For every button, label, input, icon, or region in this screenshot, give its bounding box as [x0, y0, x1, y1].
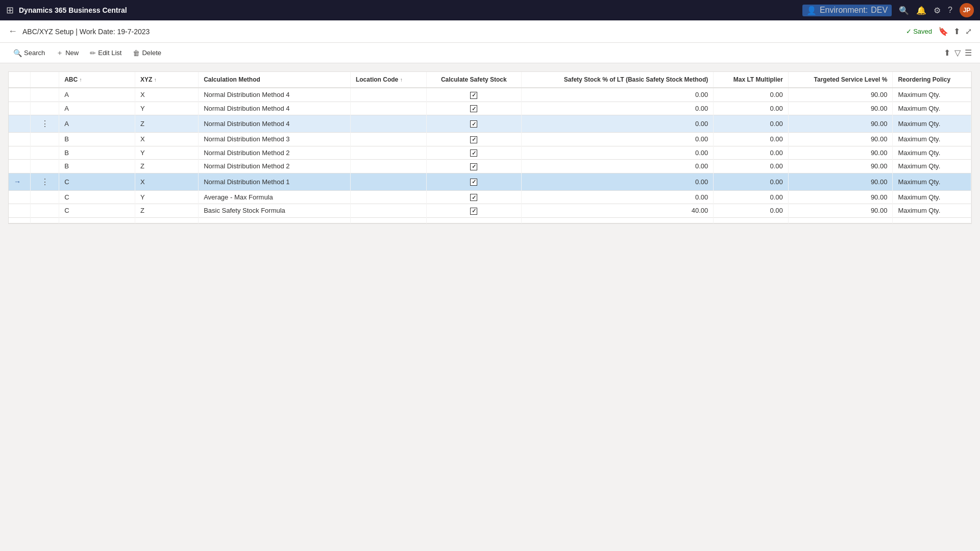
new-button[interactable]: ＋ New — [51, 46, 84, 60]
edit-list-button[interactable]: ✏ Edit List — [85, 47, 127, 59]
row-context-menu[interactable]: ⋮ — [39, 176, 51, 188]
table-row[interactable]: BXNormal Distribution Method 30.000.0090… — [9, 133, 971, 146]
table-row[interactable]: BZNormal Distribution Method 20.000.0090… — [9, 160, 971, 173]
share-list-icon[interactable]: ⬆ — [944, 48, 950, 58]
cell-calc-method: Normal Distribution Method 4 — [199, 115, 351, 133]
cell-calc-safety-stock[interactable] — [426, 190, 521, 204]
search-button[interactable]: 🔍 Search — [8, 47, 50, 59]
checkbox-checked-icon[interactable] — [470, 163, 477, 170]
cell-abc: A — [59, 115, 135, 133]
cell-calc-safety-stock[interactable] — [426, 173, 521, 190]
cell-targeted-service-level: 90.00 — [788, 115, 893, 133]
row-menu-cell[interactable] — [31, 217, 59, 223]
cell-reordering-policy: Maximum Qty. — [893, 146, 971, 160]
row-menu-cell[interactable] — [31, 190, 59, 204]
content-area: ABC ↑ XYZ ↑ Calculation Method Location … — [0, 63, 980, 551]
checkbox-checked-icon[interactable] — [470, 194, 477, 201]
th-max-lt[interactable]: Max LT Multiplier — [714, 72, 789, 88]
cell-calc-safety-stock[interactable] — [426, 160, 521, 173]
page-header-left: ← ABC/XYZ Setup | Work Date: 19-7-2023 — [8, 26, 150, 37]
th-calc-method[interactable]: Calculation Method — [199, 72, 351, 88]
table-container: ABC ↑ XYZ ↑ Calculation Method Location … — [8, 71, 972, 224]
table-body: AXNormal Distribution Method 40.000.0090… — [9, 88, 971, 223]
table-row[interactable]: AXNormal Distribution Method 40.000.0090… — [9, 88, 971, 102]
search-icon: 🔍 — [13, 49, 22, 57]
table-row[interactable]: →⋮CXNormal Distribution Method 10.000.00… — [9, 173, 971, 190]
row-menu-cell[interactable] — [31, 204, 59, 218]
cell-xyz: Z — [135, 160, 199, 173]
th-abc[interactable]: ABC ↑ — [59, 72, 135, 88]
cell-calc-safety-stock[interactable] — [426, 217, 521, 223]
cell-targeted-service-level: 90.00 — [788, 173, 893, 190]
search-nav-icon[interactable]: 🔍 — [899, 6, 909, 15]
checkbox-checked-icon[interactable] — [470, 92, 477, 99]
th-xyz[interactable]: XYZ ↑ — [135, 72, 199, 88]
cell-calc-safety-stock[interactable] — [426, 115, 521, 133]
nav-icons: 👤 Environment: DEV 🔍 🔔 ⚙ ? JP — [802, 3, 974, 17]
checkbox-checked-icon[interactable] — [470, 136, 477, 143]
cell-calc-safety-stock[interactable] — [426, 88, 521, 102]
table-row[interactable] — [9, 217, 971, 223]
cell-xyz: X — [135, 173, 199, 190]
back-button[interactable]: ← — [8, 26, 17, 37]
row-menu-cell[interactable] — [31, 160, 59, 173]
expand-icon[interactable]: ⤢ — [965, 27, 972, 36]
edit-list-label: Edit List — [98, 49, 121, 57]
gear-icon[interactable]: ⚙ — [934, 6, 941, 15]
table-row[interactable]: ⋮AZNormal Distribution Method 40.000.009… — [9, 115, 971, 133]
cell-abc: C — [59, 173, 135, 190]
env-badge: 👤 Environment: DEV — [802, 5, 892, 16]
user-avatar[interactable]: JP — [960, 3, 974, 17]
cell-calc-safety-stock[interactable] — [426, 146, 521, 160]
cell-safety-stock-pct: 0.00 — [521, 160, 714, 173]
help-icon[interactable]: ? — [948, 6, 952, 15]
th-indicator — [9, 72, 31, 88]
th-targeted-service[interactable]: Targeted Service Level % — [788, 72, 893, 88]
cell-reordering-policy: Maximum Qty. — [893, 204, 971, 218]
view-icon[interactable]: ☰ — [965, 48, 972, 58]
row-menu-cell[interactable] — [31, 88, 59, 102]
row-menu-cell[interactable]: ⋮ — [31, 173, 59, 190]
checkbox-checked-icon[interactable] — [470, 149, 477, 157]
filter-icon[interactable]: ▽ — [954, 48, 961, 58]
cell-location-code — [350, 217, 426, 223]
row-menu-cell[interactable] — [31, 102, 59, 115]
row-context-menu[interactable]: ⋮ — [39, 118, 51, 130]
table-row[interactable]: CYAverage - Max Formula0.000.0090.00Maxi… — [9, 190, 971, 204]
app-grid-icon[interactable]: ⊞ — [6, 5, 14, 16]
cell-xyz: Y — [135, 190, 199, 204]
th-safety-stock-pct[interactable]: Safety Stock % of LT (Basic Safety Stock… — [521, 72, 714, 88]
cell-calc-safety-stock[interactable] — [426, 133, 521, 146]
bookmark-icon[interactable]: 🔖 — [938, 27, 948, 36]
nav-arrow-cell — [9, 217, 31, 223]
row-menu-cell[interactable]: ⋮ — [31, 115, 59, 133]
delete-button[interactable]: 🗑 Delete — [128, 47, 166, 59]
table-row[interactable]: BYNormal Distribution Method 20.000.0090… — [9, 146, 971, 160]
env-label: Environment: — [820, 6, 868, 15]
cell-xyz: Y — [135, 102, 199, 115]
row-menu-cell[interactable] — [31, 133, 59, 146]
checkbox-checked-icon[interactable] — [470, 105, 477, 112]
bell-icon[interactable]: 🔔 — [916, 6, 926, 15]
th-location-code[interactable]: Location Code ↑ — [350, 72, 426, 88]
checkbox-checked-icon[interactable] — [470, 120, 477, 128]
cell-abc: C — [59, 190, 135, 204]
cell-calc-safety-stock[interactable] — [426, 102, 521, 115]
cell-abc: B — [59, 160, 135, 173]
th-reordering-policy[interactable]: Reordering Policy — [893, 72, 971, 88]
table-row[interactable]: AYNormal Distribution Method 40.000.0090… — [9, 102, 971, 115]
cell-location-code — [350, 173, 426, 190]
top-navigation: ⊞ Dynamics 365 Business Central 👤 Enviro… — [0, 0, 980, 20]
nav-arrow-cell — [9, 133, 31, 146]
cell-reordering-policy: Maximum Qty. — [893, 160, 971, 173]
toolbar-left: 🔍 Search ＋ New ✏ Edit List 🗑 Delete — [8, 46, 166, 60]
th-calc-safety-stock[interactable]: Calculate Safety Stock — [426, 72, 521, 88]
cell-calc-safety-stock[interactable] — [426, 204, 521, 218]
share-icon[interactable]: ⬆ — [953, 27, 960, 36]
checkbox-checked-icon[interactable] — [470, 208, 477, 215]
toolbar: 🔍 Search ＋ New ✏ Edit List 🗑 Delete ⬆ ▽ … — [0, 43, 980, 63]
row-menu-cell[interactable] — [31, 146, 59, 160]
checkbox-checked-icon[interactable] — [470, 179, 477, 186]
cell-abc: A — [59, 88, 135, 102]
table-row[interactable]: CZBasic Safety Stock Formula40.000.0090.… — [9, 204, 971, 218]
